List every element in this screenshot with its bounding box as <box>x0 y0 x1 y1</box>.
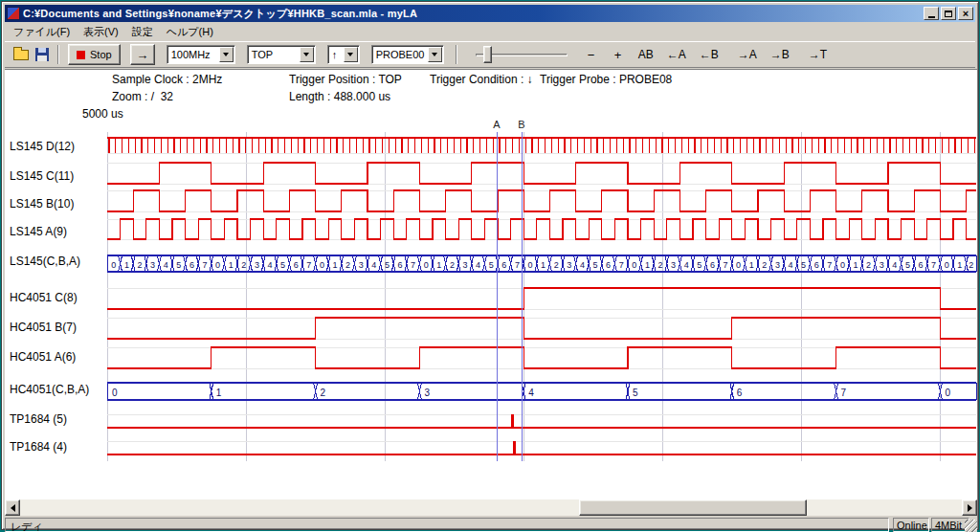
run-button[interactable]: → <box>130 44 155 65</box>
scroll-right-button[interactable] <box>962 499 977 516</box>
trigger-condition-info: Trigger Condition : ↓ <box>430 73 533 86</box>
save-button[interactable] <box>32 44 53 65</box>
waveform-pane[interactable] <box>5 69 977 499</box>
channel-label: LS145(C,B,A) <box>10 255 105 270</box>
maximize-button[interactable] <box>941 7 956 20</box>
save-icon <box>35 48 49 61</box>
zoom-slider-thumb[interactable] <box>483 46 492 63</box>
close-button[interactable]: × <box>958 7 973 20</box>
channel-label: LS145 D(12) <box>10 140 105 155</box>
status-bar: レディ Online 4MBit <box>5 518 977 532</box>
trigger-edge-value: ↑ <box>328 49 344 60</box>
menu-item-help[interactable]: ヘルプ(H) <box>160 23 220 41</box>
run-arrow-icon: → <box>136 48 148 62</box>
close-icon: × <box>963 9 969 18</box>
goto-b-forward-button[interactable]: →B <box>767 44 793 65</box>
channel-label: HC4051 C(8) <box>10 291 105 306</box>
goto-trigger-button[interactable]: →T <box>805 44 831 65</box>
channel-label: TP1684 (5) <box>10 412 105 428</box>
zoom-info: Zoom : / 32 <box>112 90 173 103</box>
cursor-ab-button[interactable]: AB <box>635 44 657 65</box>
minimize-icon <box>928 16 935 18</box>
trigger-probe-value: PROBE00 <box>372 49 428 60</box>
menu-item-settings[interactable]: 設定 <box>125 23 160 41</box>
trigger-probe-info: Trigger Probe : PROBE08 <box>540 73 672 86</box>
length-info: Length : 488.000 us <box>289 90 390 103</box>
open-button[interactable] <box>11 44 32 65</box>
menu-item-file[interactable]: ファイル(F) <box>7 23 77 41</box>
minimize-button[interactable] <box>924 7 939 20</box>
toolbar-separator <box>456 45 457 64</box>
goto-a-back-button[interactable]: ←A <box>663 44 690 65</box>
menu-item-view[interactable]: 表示(V) <box>77 23 125 41</box>
sample-clock-combo[interactable]: 100MHz <box>167 45 235 64</box>
status-memory: 4MBit <box>931 518 969 532</box>
goto-b-back-button[interactable]: ←B <box>696 44 723 65</box>
app-icon <box>7 7 20 20</box>
stop-button-label: Stop <box>90 49 112 60</box>
channel-label: HC4051 B(7) <box>10 321 105 336</box>
timebase-label: 5000 us <box>82 107 123 121</box>
goto-a-forward-button[interactable]: →A <box>734 44 761 65</box>
stop-icon <box>77 51 85 59</box>
stop-button[interactable]: Stop <box>68 44 121 65</box>
channel-label: TP1684 (4) <box>10 440 105 455</box>
scroll-left-button[interactable] <box>5 499 20 516</box>
zoom-in-button[interactable]: + <box>608 44 629 65</box>
scrollbar-thumb[interactable] <box>579 499 807 516</box>
maximize-icon <box>945 11 952 17</box>
zoom-out-button[interactable]: − <box>581 44 602 65</box>
chevron-down-icon[interactable] <box>219 47 234 62</box>
channel-label: LS145 A(9) <box>10 225 105 240</box>
status-online: Online <box>893 518 929 532</box>
sample-clock-info: Sample Clock : 2MHz <box>112 73 222 86</box>
channel-label: HC4051 A(6) <box>10 350 105 366</box>
channel-label: LS145 B(10) <box>10 197 105 212</box>
title-bar[interactable]: C:¥Documents and Settings¥noname¥デスクトップ¥… <box>5 5 975 22</box>
channel-label: HC4051(C,B,A) <box>10 383 105 398</box>
trigger-position-combo[interactable]: TOP <box>247 45 316 64</box>
toolbar: Stop → 100MHz TOP ↑ PROBE00 − + AB ←A ←B… <box>5 41 975 68</box>
status-ready: レディ <box>5 518 889 532</box>
trigger-probe-combo[interactable]: PROBE00 <box>371 45 444 64</box>
horizontal-scrollbar[interactable] <box>5 499 977 516</box>
menu-bar: ファイル(F) 表示(V) 設定 ヘルプ(H) <box>5 23 975 41</box>
zoom-slider[interactable] <box>476 44 568 65</box>
toolbar-separator <box>57 45 59 64</box>
channel-label: LS145 C(11) <box>10 169 105 185</box>
chevron-down-icon[interactable] <box>428 47 442 62</box>
sample-clock-value: 100MHz <box>167 49 219 60</box>
chevron-down-icon[interactable] <box>344 47 358 62</box>
open-file-icon <box>13 50 29 60</box>
trigger-position-value: TOP <box>248 49 300 60</box>
resize-grip[interactable] <box>965 520 977 532</box>
chevron-down-icon[interactable] <box>300 47 314 62</box>
window-title: C:¥Documents and Settings¥noname¥デスクトップ¥… <box>23 7 924 21</box>
trigger-edge-combo[interactable]: ↑ <box>327 45 360 64</box>
scroll-left-icon <box>11 504 15 512</box>
trigger-position-info: Trigger Position : TOP <box>289 73 402 86</box>
scroll-right-icon <box>968 504 972 512</box>
app-window: C:¥Documents and Settings¥noname¥デスクトップ¥… <box>1 1 979 530</box>
